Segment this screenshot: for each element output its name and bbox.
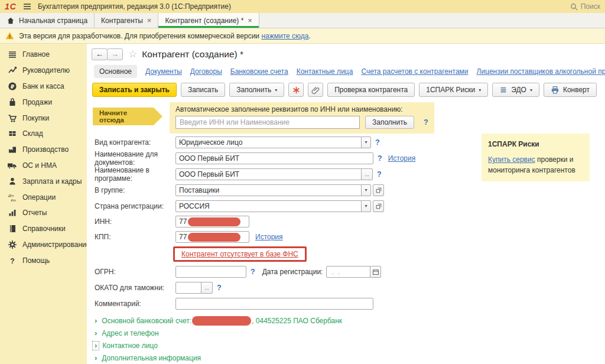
buy-service-link[interactable]: Купить сервис (488, 155, 535, 164)
open-item-button[interactable] (373, 200, 384, 212)
section-bank-account[interactable]: › Основной банковский счет: , 044525225 … (95, 314, 605, 327)
forward-button[interactable]: → (107, 48, 123, 60)
sidebar-item-administration[interactable]: Администрирование (0, 237, 87, 253)
sidebar-item-reports[interactable]: Отчеты (0, 205, 87, 221)
tab-settlement-accounts[interactable]: Счета расчетов с контрагентами (361, 67, 468, 76)
dt-kt-icon: ДтКт (7, 193, 17, 202)
field-label: ОКАТО для таможни: (87, 284, 175, 292)
open-window-icon (375, 187, 382, 194)
field-inn-row: ИНН: (87, 214, 605, 229)
tab-dogovory[interactable]: Договоры (190, 67, 222, 76)
name-docs-input[interactable] (175, 152, 373, 164)
open-window-icon (375, 203, 382, 210)
sidebar-item-help[interactable]: ? Помощь (0, 252, 87, 268)
tab-bank-accounts[interactable]: Банковские счета (230, 67, 288, 76)
edo-button[interactable]: ЭДО ▾ (492, 83, 539, 97)
buy-link[interactable]: нажмите сюда (261, 32, 308, 40)
dropdown-button[interactable]: ▾ (361, 136, 371, 148)
sidebar-item-sales[interactable]: Продажи (0, 94, 87, 110)
redaction-blob (192, 316, 251, 326)
close-icon[interactable]: × (147, 17, 152, 24)
sidebar-item-operations[interactable]: ДтКт Операции (0, 189, 87, 205)
inn-autofill-input[interactable] (175, 116, 360, 129)
attachments-button[interactable] (308, 83, 323, 97)
chevron-right-icon: › (95, 317, 97, 324)
help-icon[interactable]: ? (375, 138, 380, 147)
close-icon[interactable]: × (248, 17, 252, 24)
form-nav-tabs: Основное Документы Договоры Банковские с… (94, 65, 605, 78)
ogrn-input[interactable] (175, 266, 246, 278)
help-icon[interactable]: ? (377, 170, 382, 178)
save-close-button[interactable]: Записать и закрыть (92, 83, 177, 97)
menu-lines-icon (7, 50, 17, 59)
section-additional-info[interactable]: › Дополнительная информация (95, 352, 605, 364)
redaction-blob (188, 217, 240, 226)
red-asterisk-icon (292, 86, 301, 95)
sidebar-item-manager[interactable]: Руководителю (0, 63, 87, 79)
gear-icon (7, 240, 17, 249)
spark-title: 1СПАРК Риски (488, 139, 583, 150)
section-address-phone[interactable]: › Адрес и телефон (95, 327, 605, 339)
tab-dokumenty[interactable]: Документы (145, 67, 182, 76)
envelope-button[interactable]: Конверт (544, 83, 597, 97)
tab-osnovnoe[interactable]: Основное (94, 65, 137, 78)
grid-icon (7, 129, 17, 138)
autofill-fill-button[interactable]: Заполнить (365, 116, 414, 129)
sidebar-item-fixed-assets[interactable]: ОС и НМА (0, 158, 87, 174)
search-icon (570, 2, 578, 11)
section-contact-person[interactable]: › Контактное лицо (95, 339, 605, 352)
ellipsis-button[interactable]: ... (361, 168, 373, 180)
field-okato-row: ОКАТО для таможни: ... ? (87, 280, 605, 295)
check-counterparty-button[interactable]: Проверка контрагента (327, 83, 415, 97)
help-icon[interactable]: ? (217, 284, 222, 292)
help-icon[interactable]: ? (251, 268, 255, 276)
calendar-button[interactable] (370, 266, 381, 278)
open-item-button[interactable] (373, 184, 384, 196)
dropdown-button[interactable]: ▾ (361, 200, 371, 212)
name-prog-input[interactable] (175, 168, 362, 180)
tab-kontragenty[interactable]: Контрагенты × (95, 13, 158, 28)
sidebar-item-bank-cash[interactable]: ₽ Банк и касса (0, 79, 87, 95)
global-search[interactable]: Поиск (570, 2, 600, 11)
tab-contact-persons[interactable]: Контактные лица (297, 67, 353, 76)
sidebar-item-directories[interactable]: Справочники (0, 221, 87, 237)
reg-date-input[interactable] (326, 266, 370, 278)
sidebar-item-warehouse[interactable]: Склад (0, 126, 87, 142)
book-icon (7, 224, 17, 233)
ellipsis-button[interactable]: ... (201, 282, 213, 294)
field-comment-row: Комментарий: (87, 295, 605, 311)
sidebar-item-salary-hr[interactable]: Зарплата и кадры (0, 173, 87, 189)
main-menu-icon[interactable] (22, 2, 32, 11)
back-button[interactable]: ← (92, 48, 108, 60)
spark-risks-button[interactable]: 1СПАРК Риски ▾ (419, 83, 488, 97)
group-input[interactable] (175, 184, 362, 196)
fill-menu-button[interactable]: Заполнить ▾ (229, 83, 284, 97)
sidebar-item-purchases[interactable]: Покупки (0, 110, 87, 126)
fns-warning-link[interactable]: Контрагент отсутствует в базе ФНС (181, 250, 298, 258)
field-label: В группе: (87, 186, 175, 194)
autofill-panel: Автоматическое заполнение реквизитов по … (170, 102, 434, 134)
bag-icon (7, 98, 17, 107)
dropdown-button[interactable]: ▾ (361, 184, 371, 196)
help-icon[interactable]: ? (378, 154, 382, 162)
tab-bar: Начальная страница Контрагенты × Контраг… (0, 13, 605, 28)
comment-input[interactable] (175, 298, 373, 310)
dev-version-banner: ! Эта версия для разработчиков. Для прио… (0, 28, 605, 44)
tab-alcohol-licenses[interactable]: Лицензии поставщиков алкогольной продукц… (477, 67, 605, 76)
help-icon[interactable]: ? (424, 118, 428, 126)
sidebar-item-production[interactable]: Производство (0, 142, 87, 158)
tab-home[interactable]: Начальная страница (0, 13, 95, 28)
field-label: КПП: (87, 233, 175, 241)
tab-kontragent-create[interactable]: Контрагент (создание) * × (158, 13, 259, 28)
kind-input[interactable] (175, 136, 362, 148)
favorite-star-icon[interactable]: ☆ (128, 48, 137, 60)
start-here-arrow: Начните отсюда (93, 108, 154, 125)
history-link[interactable]: История (255, 233, 283, 241)
okato-input[interactable] (175, 282, 201, 294)
spark-check-button[interactable] (288, 83, 304, 97)
country-input[interactable] (175, 200, 362, 212)
sidebar-item-main[interactable]: Главное (0, 47, 87, 63)
history-link[interactable]: История (388, 154, 416, 162)
save-button[interactable]: Записать (181, 83, 225, 97)
form-toolbar: Записать и закрыть Записать Заполнить ▾ … (92, 83, 605, 97)
